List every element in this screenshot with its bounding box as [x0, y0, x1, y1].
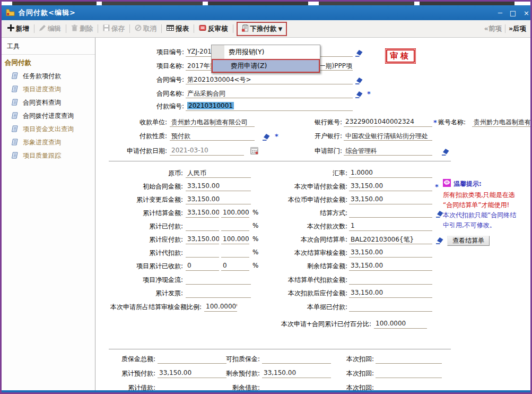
contract-no-field[interactable]: 第2021030004<号> — [186, 75, 353, 84]
tip-line: 中引用,不可修改。 — [443, 220, 530, 230]
project-name-label: 项目名称: — [106, 62, 184, 71]
currency-field[interactable]: 人民币 — [186, 169, 251, 178]
sidebar-item-contract-allocation-progress[interactable]: 合同拨付进度查询 — [2, 109, 95, 123]
payee-label: 收款单位: — [106, 118, 167, 127]
sidebar-group-title: 合同付款 — [2, 55, 95, 70]
sidebar-item-contract-info[interactable]: 合同资料查询 — [2, 96, 95, 109]
bank-field[interactable]: 中国农业银行清镇站街分理处 — [344, 132, 432, 141]
sidebar-item-task-payment[interactable]: 任务款项付款 — [2, 70, 95, 83]
menu-gutter — [212, 45, 224, 59]
apply-amount-field[interactable]: 33,150.00 — [349, 182, 432, 191]
withheld-amount-field[interactable] — [186, 249, 219, 258]
prev-item-button: «前项 — [484, 24, 502, 33]
audit-amount-field[interactable]: 33,150.00 — [349, 249, 432, 258]
pencil-icon — [39, 24, 46, 33]
loan-recover-field[interactable] — [376, 383, 442, 390]
eraser-icon[interactable] — [436, 236, 444, 246]
prepaid-remaining-field[interactable]: 33,150.00 — [262, 369, 331, 378]
account-name-field[interactable]: 贵州黔力电器制造有 — [472, 118, 530, 127]
payee-field[interactable]: 贵州黔力电器制造有限公司 — [170, 118, 255, 127]
loan-remaining-field[interactable] — [262, 383, 331, 390]
apply-dept-label: 申请部门: — [265, 147, 342, 156]
edit-button: 编辑 — [38, 23, 63, 35]
project-received-label: 项目累计已收款: — [101, 262, 183, 271]
maximize-button[interactable]: □ — [510, 9, 516, 17]
eraser-icon[interactable] — [355, 90, 363, 100]
bank-account-field[interactable]: 23229001040002324 — [344, 118, 432, 127]
report-button[interactable]: 报表 — [165, 23, 190, 35]
payment-type-field[interactable]: 预付款 — [170, 132, 255, 141]
deductible-retention-field[interactable] — [262, 355, 331, 364]
changed-amount-field[interactable]: 33,150.00 — [186, 195, 251, 204]
paid-amount-label: 累计已付款: — [101, 222, 183, 231]
payable-amount-field[interactable]: 33,150.00 — [186, 235, 219, 244]
settle-method-field[interactable] — [349, 209, 432, 218]
project-received-field[interactable]: 0 — [186, 262, 219, 271]
toolbar: 新增 编辑 删除 保存 取消 报表 反审核 — [2, 20, 530, 38]
contract-no-label: 合同编号: — [106, 75, 184, 84]
paid-amount-field[interactable] — [186, 222, 219, 231]
apply-dept-field[interactable]: 综合管理科 — [344, 147, 432, 156]
selected-text: 20210310001 — [187, 102, 234, 109]
next-item-button[interactable]: »后项 — [509, 24, 526, 33]
payment-count-label: 本次付款次数: — [244, 222, 347, 231]
window-title: 合同付款<编辑> — [19, 8, 76, 18]
push-payment-button[interactable]: 下推付款 ▼ — [240, 23, 284, 35]
payment-type-label: 付款性质: — [106, 132, 167, 141]
after-deduct-payable-field[interactable]: 33,150.00 — [349, 289, 432, 298]
apply-date-field[interactable]: 2021-03-10 — [170, 147, 244, 156]
reverse-audit-button[interactable]: 反审核 — [197, 23, 230, 35]
required-mark: * — [435, 183, 439, 191]
payment-count-field[interactable]: 1 — [349, 222, 432, 231]
scroll-icon — [11, 152, 18, 160]
bill-withhold-field[interactable] — [349, 276, 432, 285]
view-settlement-button[interactable]: 查看结算单 — [447, 236, 490, 246]
sidebar-item-project-fund-expense[interactable]: 项目资金支出查询 — [2, 123, 95, 136]
calendar-icon[interactable] — [250, 147, 259, 157]
loan-recover-label: 本次扣回: — [329, 383, 374, 390]
invoice-total-field[interactable] — [186, 289, 251, 298]
eraser-icon[interactable] — [355, 49, 363, 59]
after-deduct-payable-label: 本次扣款后应付金额: — [244, 289, 347, 298]
sidebar-item-project-quality[interactable]: 项目质量跟踪 — [2, 149, 95, 162]
contract-name-field[interactable]: 产品采购合同 — [186, 89, 353, 98]
toolbar-separator — [66, 24, 66, 33]
base-apply-amount-field[interactable]: 33,150.00 — [349, 195, 432, 204]
background-strip — [2, 2, 530, 5]
sidebar-item-image-progress[interactable]: 形象进度查询 — [2, 136, 95, 149]
tip-line: “合同结算单”才能使用! — [443, 200, 530, 210]
apply-date-label: 申请付款日期: — [106, 147, 167, 156]
prepaid-recover-field[interactable] — [376, 369, 442, 378]
add-button[interactable]: 新增 — [6, 23, 31, 35]
minimize-button[interactable]: ─ — [498, 9, 502, 17]
remaining-settle-field[interactable]: 33,150.00 — [349, 262, 432, 271]
menu-item-expense-apply[interactable]: 费用申请(Z) — [212, 59, 320, 73]
init-contract-amount-field[interactable]: 33,150.00 — [186, 182, 251, 191]
net-cash-flow-field[interactable] — [186, 276, 251, 285]
save-button: 保存 — [101, 23, 126, 35]
retention-recover-field[interactable] — [376, 355, 442, 364]
scroll-icon — [11, 72, 18, 81]
exchange-rate-field[interactable]: 1.0000 — [349, 169, 432, 178]
loan-remaining-label: 剩余借款: — [199, 383, 260, 390]
eraser-icon[interactable] — [442, 148, 450, 158]
close-button[interactable]: × — [524, 9, 529, 17]
init-contract-amount-label: 初始合同金额: — [101, 182, 183, 191]
cumulative-percent-field[interactable]: 100.0000 — [374, 320, 427, 329]
sidebar-item-project-progress[interactable]: 项目进度查询 — [2, 83, 95, 96]
invoice-total-label: 累计发票: — [101, 289, 183, 298]
apply-ratio-field[interactable]: 100.0000% — [204, 303, 237, 312]
loan-total-label: 累计借款: — [95, 383, 155, 390]
settled-amount-field[interactable]: 33,150.00 — [186, 209, 219, 218]
deductible-retention-label: 可扣质保金: — [199, 355, 260, 364]
payment-no-field[interactable]: 20210310001 — [186, 102, 353, 111]
toolbar-separator — [129, 24, 130, 33]
menu-item-expense-reimburse[interactable]: 费用报销(Y) — [212, 45, 320, 59]
eraser-icon[interactable] — [355, 76, 363, 87]
bank-label: 开户银行: — [265, 132, 342, 141]
sidebar: 工具 合同付款 任务款项付款 项目进度查询 合同资料查询 合同拨付进度查询 项目… — [2, 38, 95, 390]
plus-icon — [7, 24, 14, 33]
bill-paid-field[interactable] — [349, 303, 432, 312]
cancel-button: 取消 — [133, 23, 158, 35]
settlement-bill-field[interactable]: BAL202103006{笔} — [349, 235, 432, 244]
